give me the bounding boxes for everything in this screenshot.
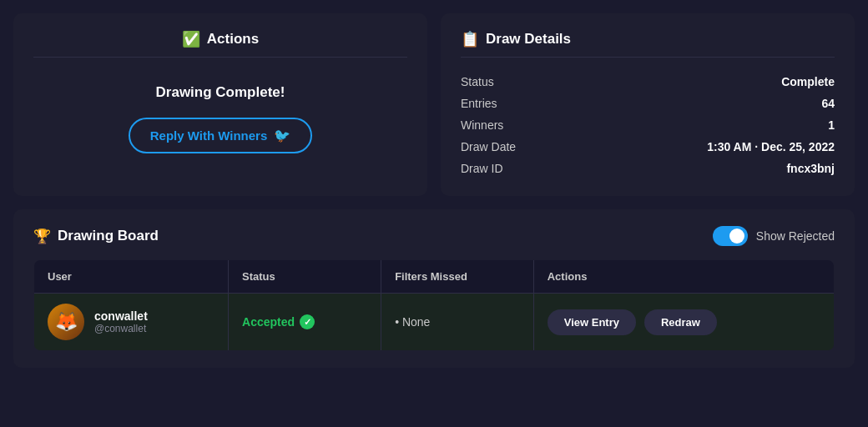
draw-details-title: Draw Details bbox=[486, 31, 571, 48]
show-rejected-toggle[interactable] bbox=[713, 226, 748, 246]
user-handle: @conwallet bbox=[94, 323, 148, 334]
draw-detail-value: Complete bbox=[573, 71, 835, 93]
actions-cell: View Entry Redraw bbox=[533, 294, 834, 351]
draw-detail-row: Draw Date 1:30 AM · Dec. 25, 2022 bbox=[461, 136, 835, 158]
draw-detail-label: Draw Date bbox=[461, 136, 573, 158]
table-header-cell: User bbox=[34, 260, 229, 294]
table-header-cell: Filters Missed bbox=[381, 260, 534, 294]
actions-icon: ✅ bbox=[182, 30, 200, 48]
table-body: conwallet @conwallet Accepted ✓ • None V… bbox=[34, 294, 835, 351]
view-entry-button[interactable]: View Entry bbox=[548, 309, 636, 335]
drawing-board-title: 🏆 Drawing Board bbox=[33, 228, 159, 245]
draw-detail-value: 64 bbox=[573, 93, 835, 114]
draw-detail-value: 1 bbox=[573, 114, 835, 136]
table-header-cell: Status bbox=[229, 260, 381, 294]
status-cell: Accepted ✓ bbox=[229, 294, 381, 351]
user-cell: conwallet @conwallet bbox=[34, 294, 229, 351]
drawing-complete-text: Drawing Complete! bbox=[156, 84, 285, 101]
draw-detail-row: Draw ID fncx3bnj bbox=[461, 158, 835, 179]
draw-details-header: 📋 Draw Details bbox=[461, 30, 835, 48]
reply-button-label: Reply With Winners bbox=[150, 128, 268, 143]
show-rejected-control: Show Rejected bbox=[713, 226, 835, 246]
draw-detail-label: Draw ID bbox=[461, 158, 573, 179]
twitter-icon: 🐦 bbox=[274, 128, 290, 143]
actions-title: Actions bbox=[207, 31, 259, 48]
draw-detail-row: Status Complete bbox=[461, 71, 835, 93]
draw-detail-label: Winners bbox=[461, 114, 573, 136]
draw-details-divider bbox=[461, 57, 835, 58]
draw-detail-row: Winners 1 bbox=[461, 114, 835, 136]
avatar bbox=[48, 304, 84, 340]
draw-detail-label: Status bbox=[461, 71, 573, 93]
drawing-board-header: 🏆 Drawing Board Show Rejected bbox=[33, 226, 835, 246]
table-row: conwallet @conwallet Accepted ✓ • None V… bbox=[34, 294, 835, 351]
table-head: UserStatusFilters MissedActions bbox=[34, 260, 835, 294]
drawing-board-card: 🏆 Drawing Board Show Rejected UserStatus… bbox=[13, 209, 855, 368]
show-rejected-label: Show Rejected bbox=[756, 229, 835, 243]
draw-details-icon: 📋 bbox=[461, 30, 479, 48]
draw-detail-value: fncx3bnj bbox=[573, 158, 835, 179]
reply-with-winners-button[interactable]: Reply With Winners 🐦 bbox=[129, 118, 313, 153]
actions-divider bbox=[33, 57, 407, 58]
drawing-board-title-text: Drawing Board bbox=[58, 228, 159, 244]
filters-missed-text: • None bbox=[395, 315, 430, 329]
toggle-slider bbox=[713, 226, 748, 246]
draw-detail-value: 1:30 AM · Dec. 25, 2022 bbox=[573, 136, 835, 158]
draw-detail-label: Entries bbox=[461, 93, 573, 114]
status-badge: Accepted ✓ bbox=[242, 314, 367, 329]
check-circle-icon: ✓ bbox=[300, 314, 315, 329]
user-name: conwallet bbox=[94, 309, 148, 323]
draw-details-table: Status Complete Entries 64 Winners 1 Dra… bbox=[461, 71, 835, 179]
actions-card-header: ✅ Actions bbox=[182, 30, 259, 48]
actions-card: ✅ Actions Drawing Complete! Reply With W… bbox=[13, 13, 427, 196]
drawing-board-icon: 🏆 bbox=[33, 228, 51, 245]
filters-missed-cell: • None bbox=[381, 294, 534, 351]
drawing-board-table: UserStatusFilters MissedActions conwalle… bbox=[33, 259, 835, 351]
table-header-row: UserStatusFilters MissedActions bbox=[34, 260, 835, 294]
table-header-cell: Actions bbox=[533, 260, 834, 294]
draw-detail-row: Entries 64 bbox=[461, 93, 835, 114]
draw-details-card: 📋 Draw Details Status Complete Entries 6… bbox=[441, 13, 855, 196]
redraw-button[interactable]: Redraw bbox=[644, 309, 717, 335]
